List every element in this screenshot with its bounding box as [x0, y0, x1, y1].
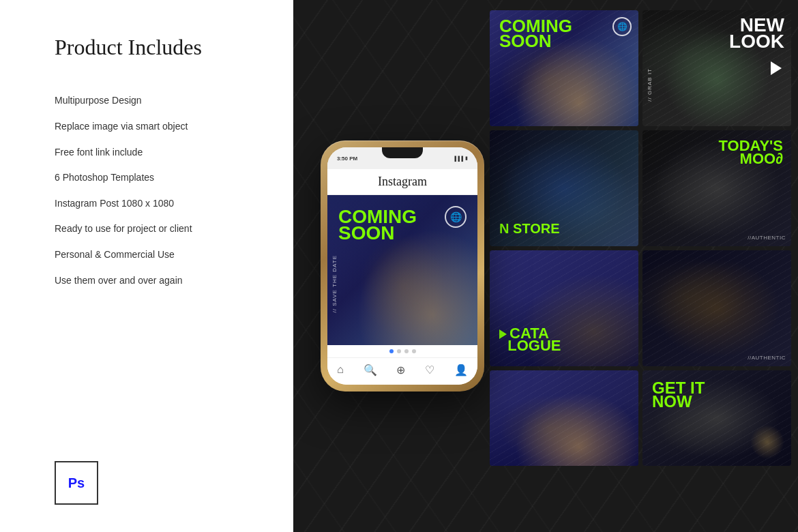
phone-save-date-text: // SAVE THE DATE — [331, 255, 338, 312]
card-get-it-now: GET ITNOW — [642, 370, 791, 466]
phone-status-bar: 3:50 PM ▐▐▐ ▮ — [327, 147, 477, 169]
phone-globe-icon: 🌐 — [445, 206, 467, 228]
heart-icon: ♡ — [425, 364, 434, 376]
feature-4: 6 Photoshop Templates — [55, 171, 252, 185]
dot-4 — [412, 349, 416, 353]
card-5-arrow — [499, 329, 507, 339]
phone-app-header: Instagram — [327, 169, 477, 195]
ps-label: Ps — [68, 475, 85, 491]
card-4-authentic: //AUTHENTIC — [748, 235, 786, 241]
card-7-image — [490, 370, 638, 466]
card-in-store: N STORE — [490, 130, 638, 246]
profile-icon: 👤 — [454, 364, 468, 376]
phone-carousel-dots — [327, 345, 477, 357]
dot-3 — [404, 349, 409, 353]
dot-2 — [397, 349, 401, 353]
phone-mockup: 3:50 PM ▐▐▐ ▮ Instagram CO — [321, 141, 484, 391]
card-catalogue: CATA LOGUE — [490, 250, 638, 366]
dot-1 — [389, 349, 394, 353]
card-3-label: N STORE — [499, 221, 560, 237]
card-2-label: NEWLOOK — [729, 17, 784, 50]
cards-grid: COMINGSOON 🌐 // GRAB IT NEWLOOK N STORE … — [490, 10, 791, 486]
card-1-globe: 🌐 — [612, 17, 632, 36]
card-partial-left — [490, 370, 638, 466]
home-icon: ⌂ — [337, 364, 344, 376]
add-icon: ⊕ — [396, 364, 405, 376]
card-8-label: GET ITNOW — [652, 381, 705, 409]
card-5-label: CATA LOGUE — [499, 327, 561, 353]
feature-1: Multipurpose Design — [55, 94, 252, 108]
card-new-look: // GRAB IT NEWLOOK — [642, 10, 791, 126]
card-4-label: TODAY'SMOO∂ — [719, 140, 784, 165]
card-car-interior: //AUTHENTIC — [642, 250, 791, 366]
card-2-grab-text: // GRAB IT — [647, 68, 653, 102]
phone-post-coming-soon: COMING SOON — [338, 209, 417, 241]
feature-6: Ready to use for project or client — [55, 222, 252, 236]
battery-icon: ▮ — [465, 156, 468, 161]
signal-icon: ▐▐▐ — [453, 156, 463, 161]
card-6-authentic: //AUTHENTIC — [748, 355, 786, 361]
phone-bottom-nav: ⌂ 🔍 ⊕ ♡ 👤 — [327, 357, 477, 385]
card-1-label: COMINGSOON — [499, 18, 572, 48]
feature-2: Replace image via smart object — [55, 120, 252, 134]
phone-notch — [382, 147, 423, 158]
feature-5: Instagram Post 1080 x 1080 — [55, 197, 252, 211]
left-panel: Product Includes Multipurpose Design Rep… — [0, 0, 293, 532]
product-title: Product Includes — [55, 34, 252, 60]
phone-outer: 3:50 PM ▐▐▐ ▮ Instagram CO — [321, 141, 484, 391]
search-icon: 🔍 — [364, 364, 377, 376]
phone-status-icons: ▐▐▐ ▮ — [453, 156, 468, 161]
feature-8: Use them over and over again — [55, 274, 252, 288]
app-name: Instagram — [378, 175, 427, 188]
ps-badge: Ps — [55, 461, 98, 505]
card-2-play-icon — [771, 61, 782, 75]
feature-7: Personal & Commercial Use — [55, 248, 252, 262]
phone-time: 3:50 PM — [337, 156, 357, 162]
features-list: Multipurpose Design Replace image via sm… — [55, 94, 252, 287]
right-panel: 3:50 PM ▐▐▐ ▮ Instagram CO — [293, 0, 798, 532]
card-coming-soon: COMINGSOON 🌐 — [490, 10, 638, 126]
feature-3: Free font link include — [55, 146, 252, 160]
card-todays-mood: TODAY'SMOO∂ //AUTHENTIC — [642, 130, 791, 246]
right-content: 3:50 PM ▐▐▐ ▮ Instagram CO — [293, 0, 798, 532]
phone-post-image: COMING SOON 🌐 // SAVE THE DATE — [327, 195, 477, 345]
card-6-image — [642, 250, 791, 366]
phone-inner: 3:50 PM ▐▐▐ ▮ Instagram CO — [327, 147, 477, 385]
